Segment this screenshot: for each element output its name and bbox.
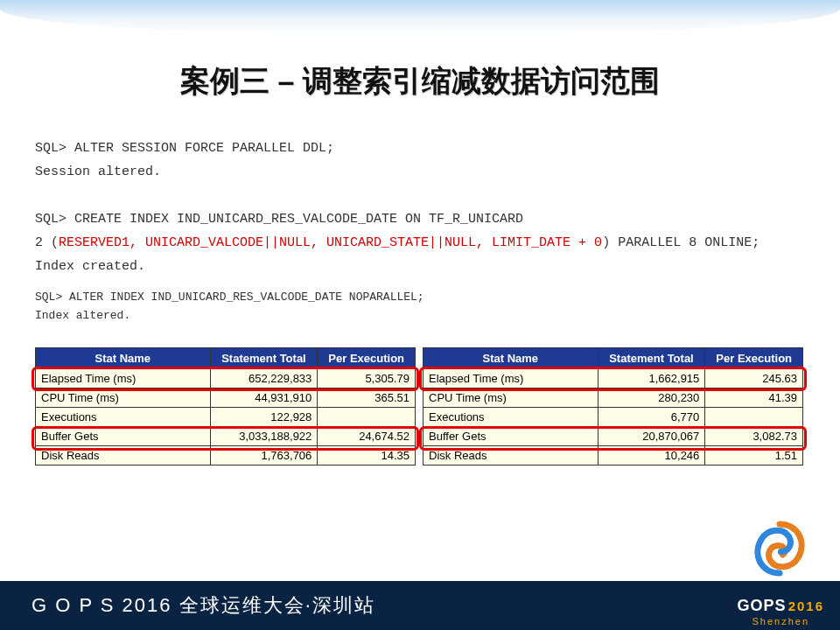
sql-output-3: Index altered. [35,307,805,326]
sql-output-1: Session altered. [35,160,805,184]
table-row: Executions6,770 [424,407,803,426]
sql-line-2b-suffix: ) PARALLEL 8 ONLINE; [602,235,760,250]
sql-line-2b-prefix: 2 ( [35,235,59,250]
sql-block: SQL> ALTER SESSION FORCE PARALLEL DDL; S… [35,136,805,326]
sql-output-2: Index created. [35,255,805,278]
col-per-execution: Per Execution [705,347,803,368]
footer-brand: GOPS [738,597,787,614]
table-row: Disk Reads1,763,70614.35 [36,445,416,465]
stat-table-after: Stat Name Statement Total Per Execution … [423,347,803,466]
footer-year: 2016 [788,598,824,613]
table-row: CPU Time (ms)280,23041.39 [424,388,803,407]
stat-table-before: Stat Name Statement Total Per Execution … [35,347,416,466]
col-stat-name: Stat Name [36,347,211,368]
col-stat-name: Stat Name [424,347,598,368]
footer-bar: G O P S 2016 全球运维大会·深圳站 GOPS2016 Shenzhe… [0,581,840,630]
table-row: Disk Reads10,2461.51 [424,445,803,465]
footer-location: Shenzhen [738,616,824,626]
table-before-wrap: Stat Name Statement Total Per Execution … [35,347,416,466]
sql-line-2a: SQL> CREATE INDEX IND_UNICARD_RES_VALCOD… [35,207,805,231]
col-statement-total: Statement Total [598,347,705,368]
stat-tables-container: Stat Name Statement Total Per Execution … [35,347,805,466]
table-row: Elapsed Time (ms)652,229,8335,305.79 [36,368,416,388]
col-statement-total: Statement Total [210,347,318,368]
top-decoration [0,0,840,35]
footer-text: G O P S 2016 全球运维大会·深圳站 [32,592,375,619]
sql-line-1: SQL> ALTER SESSION FORCE PARALLEL DDL; [35,136,805,160]
col-per-execution: Per Execution [318,347,416,368]
table-row: Buffer Gets20,870,0673,082.73 [424,426,803,445]
table-row: Executions122,928 [36,407,416,426]
table-after-wrap: Stat Name Statement Total Per Execution … [423,347,803,466]
sql-line-3: SQL> ALTER INDEX IND_UNICARD_RES_VALCODE… [35,289,805,307]
slide-title: 案例三 – 调整索引缩减数据访问范围 [0,61,840,102]
footer-brand-block: GOPS2016 Shenzhen [738,593,824,626]
sql-small-block: SQL> ALTER INDEX IND_UNICARD_RES_VALCODE… [35,289,805,326]
swirl-icon [749,518,810,579]
table-row: CPU Time (ms)44,931,910365.51 [36,388,416,407]
table-row: Elapsed Time (ms)1,662,915245.63 [424,368,803,388]
table-row: Buffer Gets3,033,188,92224,674.52 [36,426,416,445]
sql-line-2b: 2 (RESERVED1, UNICARD_VALCODE||NULL, UNI… [35,231,805,255]
sql-line-2b-highlight: RESERVED1, UNICARD_VALCODE||NULL, UNICAR… [59,235,602,250]
